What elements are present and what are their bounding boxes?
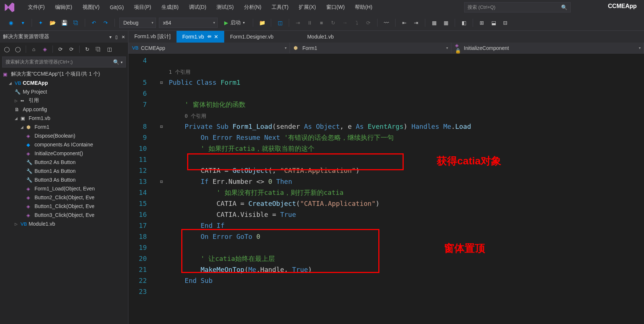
solution-search-input[interactable]: 搜索解决方案资源管理器(Ctrl+;) 🔍 ▾ xyxy=(2,57,126,68)
tree-form1-vb[interactable]: ◢▣Form1.vb xyxy=(0,114,128,123)
filter-icon[interactable]: ⟳ xyxy=(67,44,76,54)
tab-form1-designer-vb[interactable]: Form1.Designer.vb xyxy=(224,31,279,43)
menu-git[interactable]: Git(G) xyxy=(105,4,129,10)
expand-icon[interactable]: ◢ xyxy=(9,81,15,85)
menu-debug[interactable]: 调试(D) xyxy=(184,4,211,11)
tree-btn3[interactable]: 🔧Button3 As Button xyxy=(0,175,128,184)
new-file-button[interactable]: ✦ xyxy=(36,18,46,28)
indent-out-button[interactable]: ⇤ xyxy=(399,18,410,28)
pin-icon[interactable]: ▯ xyxy=(115,34,118,40)
nav-class-combo[interactable]: ⬢Form1 xyxy=(290,43,451,53)
tree-module1[interactable]: ▷VBModule1.vb xyxy=(0,219,128,228)
next-button[interactable]: → xyxy=(340,18,350,28)
tree-btn2click[interactable]: ◈Button2_Click(Object, Eve xyxy=(0,193,128,202)
annotation-box-getcatia xyxy=(187,153,404,170)
undo-button[interactable]: ↶ xyxy=(89,18,99,28)
save-all-button[interactable]: ⿻ xyxy=(71,18,81,28)
wrench-icon: 🔧 xyxy=(26,168,33,174)
menu-test[interactable]: 测试(S) xyxy=(211,4,239,11)
menu-file[interactable]: 文件(F) xyxy=(23,4,50,11)
menu-window[interactable]: 窗口(W) xyxy=(321,4,350,11)
tab-form1-design[interactable]: Form1.vb [设计] xyxy=(128,31,177,43)
solution-icon: ▣ xyxy=(3,72,10,77)
nav-fwd-button[interactable]: ▾ xyxy=(18,18,28,28)
fold-toggle[interactable]: ⊟ xyxy=(158,121,165,132)
comment-button[interactable]: ▦ xyxy=(429,18,439,28)
tree-btn2[interactable]: 🔧Button2 As Button xyxy=(0,158,128,167)
solution-explorer-title: 解决方案资源管理器 xyxy=(3,33,49,40)
sync-icon[interactable]: ⟳ xyxy=(56,44,65,54)
uncomment-button[interactable]: ▦ xyxy=(441,18,451,28)
tree-btn3click[interactable]: ◈Button3_Click(Object, Eve xyxy=(0,211,128,219)
step-into-button[interactable]: ⇥ xyxy=(293,18,303,28)
menu-edit[interactable]: 编辑(E) xyxy=(50,4,77,11)
pin-icon[interactable]: ⭅ xyxy=(207,34,211,39)
tree-app-config[interactable]: 🗎App.config xyxy=(0,105,128,114)
wave-button[interactable]: 〰 xyxy=(381,18,392,28)
step-over-button[interactable]: ⏸ xyxy=(305,18,315,28)
close-icon[interactable]: ✕ xyxy=(214,34,218,40)
save-button[interactable]: 💾 xyxy=(59,18,69,28)
method-lock-icon: ◈🔒 xyxy=(455,43,462,54)
tree-form1load[interactable]: ◈Form1_Load(Object, Even xyxy=(0,184,128,193)
class-icon: ⬢ xyxy=(294,45,300,51)
tree-form1-class[interactable]: ◢⬢Form1 xyxy=(0,123,128,131)
more3-button[interactable]: ⊟ xyxy=(500,18,510,28)
step-out-button[interactable]: ■ xyxy=(316,18,327,28)
close-icon[interactable]: ✕ xyxy=(121,34,125,40)
expand-icon[interactable]: ◢ xyxy=(21,125,26,129)
menu-tools[interactable]: 工具(T) xyxy=(266,4,294,11)
menu-build[interactable]: 生成(B) xyxy=(156,4,184,11)
collapse-icon[interactable]: ⿻ xyxy=(94,44,103,54)
tree-components[interactable]: ◆components As IContaine xyxy=(0,140,128,149)
start-debug-button[interactable]: ▶ 启动 ▾ xyxy=(219,19,250,26)
nav-method-combo[interactable]: ◈🔒InitializeComponent xyxy=(451,43,644,53)
tree-btn1[interactable]: 🔧Button1 As Button xyxy=(0,167,128,175)
tree-project[interactable]: ◢VBCCMEApp xyxy=(0,79,128,87)
find-in-files-button[interactable]: 📁 xyxy=(257,18,267,28)
tree-solution-root[interactable]: ▣解决方案"CCMEApp"(1 个项目/共 1 个) xyxy=(0,70,128,79)
code-content[interactable]: 1 个引用 Public Class Form1 ' 窗体初始化的函数 0 个引… xyxy=(165,54,644,324)
back-icon[interactable]: ◯ xyxy=(2,44,12,54)
prev-button[interactable]: ⤵ xyxy=(352,18,362,28)
annotation-label-ontop: 窗体置顶 xyxy=(444,243,485,254)
expand-icon[interactable]: ▷ xyxy=(15,222,21,226)
menu-analyze[interactable]: 分析(N) xyxy=(239,4,266,11)
tree-my-project[interactable]: 🔧My Project xyxy=(0,87,128,96)
nav-back-button[interactable]: ◉ xyxy=(6,18,16,28)
tab-form1-vb[interactable]: Form1.vb⭅✕ xyxy=(177,31,224,43)
home-icon[interactable]: ⌂ xyxy=(29,44,39,54)
tree-references[interactable]: ▷▪▪引用 xyxy=(0,96,128,105)
fold-toggle[interactable]: ⊟ xyxy=(158,77,165,88)
code-editor[interactable]: 4 5 6 7 8 9 10 11 12 13 14 15 16 17 18 1… xyxy=(128,54,644,324)
platform-combo[interactable]: x64 xyxy=(159,18,218,28)
toggle-button[interactable]: ⟳ xyxy=(363,18,374,28)
bookmark-button[interactable]: ◧ xyxy=(459,18,469,28)
properties-icon[interactable]: ◫ xyxy=(105,44,114,54)
nav-project-combo[interactable]: VBCCMEApp xyxy=(128,43,290,53)
configuration-combo[interactable]: Debug xyxy=(119,18,156,28)
run-to-cursor-button[interactable]: ↻ xyxy=(328,18,338,28)
expand-icon[interactable]: ▷ xyxy=(15,99,21,103)
tree-dispose[interactable]: ◈Dispose(Boolean) xyxy=(0,131,128,140)
global-search-input[interactable]: 搜索 (Ctrl+Q) 🔍 xyxy=(464,2,571,12)
switch-view-icon[interactable]: ◈ xyxy=(40,44,50,54)
tree-initcomp[interactable]: ◈InitializeComponent() xyxy=(0,149,128,158)
tab-module1-vb[interactable]: Module1.vb xyxy=(301,31,339,43)
menu-extensions[interactable]: 扩展(X) xyxy=(294,4,321,11)
fold-toggle[interactable]: ⊟ xyxy=(158,176,165,187)
dropdown-icon[interactable]: ▾ xyxy=(109,34,112,40)
indent-in-button[interactable]: ⇥ xyxy=(411,18,421,28)
open-file-button[interactable]: 📂 xyxy=(47,18,58,28)
refresh-icon[interactable]: ↻ xyxy=(83,44,92,54)
img-button[interactable]: ◫ xyxy=(275,18,285,28)
expand-icon[interactable]: ◢ xyxy=(15,116,21,120)
redo-button[interactable]: ↷ xyxy=(101,18,111,28)
menu-help[interactable]: 帮助(H) xyxy=(350,4,377,11)
more1-button[interactable]: ⊞ xyxy=(477,18,487,28)
fwd-icon[interactable]: ◯ xyxy=(13,44,23,54)
menu-view[interactable]: 视图(V) xyxy=(77,4,105,11)
more2-button[interactable]: ⬓ xyxy=(488,18,499,28)
tree-btn1click[interactable]: ◈Button1_Click(Object, Eve xyxy=(0,202,128,211)
menu-project[interactable]: 项目(P) xyxy=(129,4,156,11)
